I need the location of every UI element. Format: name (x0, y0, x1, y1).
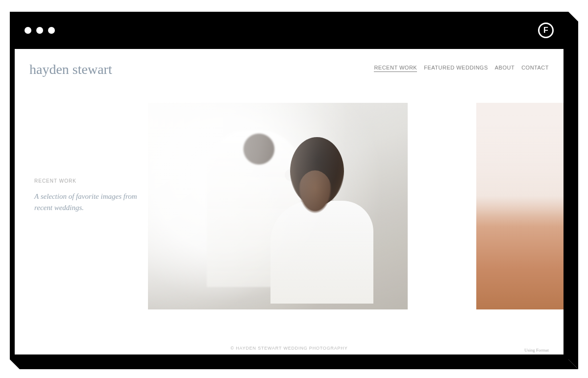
nav-featured-weddings[interactable]: FEATURED WEDDINGS (424, 65, 488, 72)
site-viewport: hayden stewart RECENT WORK FEATURED WEDD… (15, 49, 564, 354)
footer-copyright: © HAYDEN STEWART WEDDING PHOTOGRAPHY (231, 346, 348, 351)
section-description: A selection of favorite images from rece… (34, 191, 137, 214)
nav-about[interactable]: ABOUT (495, 65, 514, 72)
window-dot-3[interactable] (48, 27, 55, 34)
primary-nav: RECENT WORK FEATURED WEDDINGS ABOUT CONT… (374, 65, 549, 72)
site-header: hayden stewart RECENT WORK FEATURED WEDD… (15, 49, 564, 87)
section-title: RECENT WORK (34, 178, 76, 184)
site-logo[interactable]: hayden stewart (29, 60, 112, 76)
nav-recent-work[interactable]: RECENT WORK (374, 65, 417, 72)
window-dot-2[interactable] (36, 27, 43, 34)
format-brand-icon[interactable]: F (538, 23, 554, 38)
window-dot-1[interactable] (24, 27, 31, 34)
footer-credit[interactable]: Using Format (524, 348, 549, 353)
nav-contact[interactable]: CONTACT (521, 65, 549, 72)
site-footer: © HAYDEN STEWART WEDDING PHOTOGRAPHY Usi… (15, 342, 564, 354)
browser-frame: F hayden stewart RECENT WORK FEATURED WE… (10, 12, 568, 359)
content-area: RECENT WORK A selection of favorite imag… (15, 87, 564, 342)
browser-titlebar: F (10, 12, 568, 49)
gallery-image-2[interactable] (476, 103, 564, 309)
gallery-image-1-subject-bride (270, 141, 364, 298)
browser-frame-wrapper: F hayden stewart RECENT WORK FEATURED WE… (10, 12, 568, 359)
image-gallery[interactable] (148, 103, 564, 309)
frame-3d-edge-right (568, 12, 578, 369)
gallery-image-1[interactable] (148, 103, 408, 309)
window-controls (24, 27, 55, 34)
format-brand-letter: F (543, 26, 548, 35)
frame-3d-edge-bottom (10, 359, 578, 369)
